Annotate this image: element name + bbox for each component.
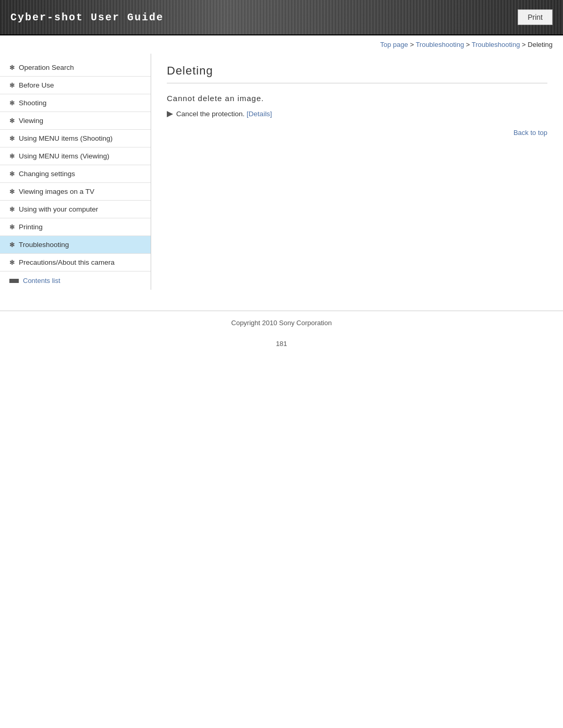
content-area: Deleting Cannot delete an image. Cancel … <box>151 54 563 290</box>
bullet-icon: ✻ <box>9 188 15 195</box>
sidebar-item-computer[interactable]: ✻ Using with your computer <box>0 201 151 218</box>
section-heading: Cannot delete an image. <box>167 94 547 103</box>
bullet-icon: ✻ <box>9 82 15 89</box>
breadcrumb-troubleshooting-1[interactable]: Troubleshooting <box>415 41 464 48</box>
sidebar-item-changing-settings[interactable]: ✻ Changing settings <box>0 165 151 183</box>
sidebar-item-menu-shooting[interactable]: ✻ Using MENU items (Shooting) <box>0 130 151 147</box>
sidebar-item-operation-search[interactable]: ✻ Operation Search <box>0 59 151 77</box>
bullet-icon: ✻ <box>9 153 15 160</box>
solution-details-link[interactable]: [Details] <box>247 110 272 118</box>
sidebar-label-changing-settings: Changing settings <box>19 170 75 178</box>
sidebar-label-troubleshooting: Troubleshooting <box>19 241 69 249</box>
sidebar-item-printing[interactable]: ✻ Printing <box>0 218 151 236</box>
solution-item: Cancel the protection. [Details] <box>167 110 547 118</box>
back-to-top: Back to top <box>167 128 547 137</box>
sidebar-item-viewing-tv[interactable]: ✻ Viewing images on a TV <box>0 183 151 201</box>
breadcrumb-top-page[interactable]: Top page <box>380 41 408 48</box>
sidebar: ✻ Operation Search ✻ Before Use ✻ Shooti… <box>0 54 151 290</box>
sidebar-item-menu-viewing[interactable]: ✻ Using MENU items (Viewing) <box>0 147 151 165</box>
sidebar-item-troubleshooting[interactable]: ✻ Troubleshooting <box>0 236 151 254</box>
copyright: Copyright 2010 Sony Corporation <box>0 311 563 335</box>
solution-text: Cancel the protection. [Details] <box>176 110 272 118</box>
sidebar-label-menu-viewing: Using MENU items (Viewing) <box>19 152 109 160</box>
sidebar-label-operation-search: Operation Search <box>19 64 74 71</box>
print-button[interactable]: Print <box>518 9 553 25</box>
breadcrumb-current: Deleting <box>528 41 553 48</box>
solution-bullet-icon <box>167 111 173 117</box>
sidebar-item-before-use[interactable]: ✻ Before Use <box>0 77 151 94</box>
sidebar-item-viewing[interactable]: ✻ Viewing <box>0 112 151 130</box>
sidebar-label-viewing-tv: Viewing images on a TV <box>19 188 94 195</box>
app-title: Cyber-shot User Guide <box>10 11 164 23</box>
solution-cancel-text: Cancel the protection. <box>176 110 244 118</box>
bullet-icon: ✻ <box>9 100 15 107</box>
page-footer: Copyright 2010 Sony Corporation 181 <box>0 311 563 353</box>
bullet-icon: ✻ <box>9 135 15 142</box>
bullet-icon: ✻ <box>9 170 15 178</box>
page-title: Deleting <box>167 64 547 83</box>
bullet-icon: ✻ <box>9 259 15 266</box>
bullet-icon: ✻ <box>9 241 15 249</box>
main-layout: ✻ Operation Search ✻ Before Use ✻ Shooti… <box>0 54 563 300</box>
contents-list-row[interactable]: Contents list <box>0 272 151 290</box>
back-to-top-link[interactable]: Back to top <box>513 129 547 137</box>
bullet-icon: ✻ <box>9 64 15 71</box>
sidebar-item-shooting[interactable]: ✻ Shooting <box>0 94 151 112</box>
sidebar-label-precautions: Precautions/About this camera <box>19 258 115 266</box>
sidebar-label-shooting: Shooting <box>19 99 46 107</box>
bullet-icon: ✻ <box>9 224 15 231</box>
page-number: 181 <box>0 335 563 353</box>
bullet-icon: ✻ <box>9 117 15 125</box>
bullet-icon: ✻ <box>9 206 15 213</box>
sidebar-item-precautions[interactable]: ✻ Precautions/About this camera <box>0 254 151 272</box>
sidebar-label-menu-shooting: Using MENU items (Shooting) <box>19 134 113 142</box>
page-header: Cyber-shot User Guide Print <box>0 0 563 35</box>
contents-list-icon <box>9 279 19 283</box>
sidebar-label-before-use: Before Use <box>19 81 54 89</box>
sidebar-label-computer: Using with your computer <box>19 205 98 213</box>
sidebar-label-printing: Printing <box>19 223 43 231</box>
breadcrumb-troubleshooting-2[interactable]: Troubleshooting <box>472 41 520 48</box>
breadcrumb: Top page > Troubleshooting > Troubleshoo… <box>0 35 563 54</box>
sidebar-label-viewing: Viewing <box>19 117 43 125</box>
contents-list-link[interactable]: Contents list <box>23 277 60 285</box>
